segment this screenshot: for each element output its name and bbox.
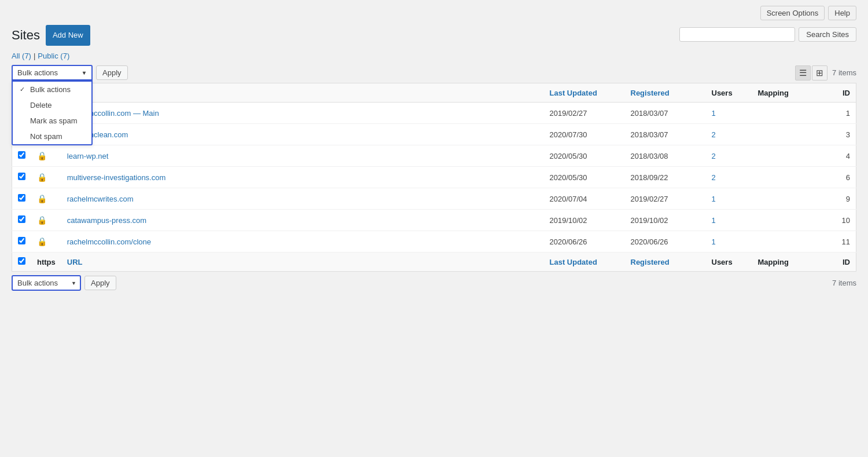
checkmark-icon: ✓ bbox=[20, 86, 27, 93]
footer-last-updated[interactable]: Last Updated bbox=[544, 253, 625, 272]
bottom-bulk-select-wrapper: Bulk actions Delete Mark as spam Not spa… bbox=[12, 275, 81, 291]
bottom-tablenav: Bulk actions Delete Mark as spam Not spa… bbox=[12, 275, 856, 291]
lock-icon: 🔒 bbox=[37, 173, 47, 182]
users-link-9[interactable]: 1 bbox=[712, 195, 716, 203]
footer-cb bbox=[12, 253, 32, 272]
grid-view-button[interactable]: ⊞ bbox=[812, 65, 827, 81]
mapping-cell bbox=[752, 124, 822, 145]
mapping-cell bbox=[752, 167, 822, 188]
top-apply-button[interactable]: Apply bbox=[96, 65, 128, 80]
search-row: Search Sites bbox=[679, 27, 856, 42]
footer-https: https bbox=[31, 253, 61, 272]
table-row: 🔒rachelmccollin.com/clone2020/06/262020/… bbox=[12, 231, 856, 253]
id-cell: 4 bbox=[822, 145, 856, 167]
tablenav-right: ☰ ⊞ 7 items bbox=[795, 65, 856, 81]
bottom-tablenav-left: Bulk actions Delete Mark as spam Not spa… bbox=[12, 275, 116, 291]
bulk-actions-selected-label[interactable]: Bulk actions bbox=[17, 68, 58, 77]
footer-mapping: Mapping bbox=[752, 253, 822, 272]
bulk-option-mark-as-spam[interactable]: Mark as spam bbox=[13, 113, 91, 129]
lock-icon: 🔒 bbox=[37, 237, 47, 246]
bulk-option-bulk-actions[interactable]: ✓ Bulk actions bbox=[13, 82, 91, 97]
mapping-cell bbox=[752, 188, 822, 210]
last-updated-cell: 2020/05/30 bbox=[544, 145, 625, 167]
lock-icon: 🔒 bbox=[37, 194, 47, 203]
id-cell: 10 bbox=[822, 210, 856, 231]
page-title: Sites bbox=[12, 28, 40, 43]
registered-cell: 2019/02/27 bbox=[625, 188, 706, 210]
users-link-6[interactable]: 2 bbox=[712, 173, 716, 182]
last-updated-cell: 2019/10/02 bbox=[544, 210, 625, 231]
id-cell: 9 bbox=[822, 188, 856, 210]
registered-cell: 2018/03/07 bbox=[625, 103, 706, 124]
registered-cell: 2019/10/02 bbox=[625, 210, 706, 231]
users-link-4[interactable]: 2 bbox=[712, 152, 716, 160]
filter-links: All (7) | Public (7) bbox=[12, 52, 856, 60]
bottom-bulk-actions-select[interactable]: Bulk actions Delete Mark as spam Not spa… bbox=[12, 275, 81, 291]
table-row: 🔒catawampus-press.com2019/10/022019/10/0… bbox=[12, 210, 856, 231]
tablenav-left: Bulk actions ▼ ✓ Bulk actions Delete bbox=[12, 65, 128, 81]
header-last-updated[interactable]: Last Updated bbox=[544, 83, 625, 103]
table-row: 🔒learn-wp.net2020/05/302018/03/0824 bbox=[12, 145, 856, 167]
page-wrapper: Screen Options Help Sites Add New Search… bbox=[0, 0, 868, 457]
table-row: 🔒rachelmccollin.com — Main2019/02/272018… bbox=[12, 103, 856, 124]
bulk-option-delete[interactable]: Delete bbox=[13, 97, 91, 113]
site-url-link-4[interactable]: learn-wp.net bbox=[67, 152, 109, 160]
site-url-link-6[interactable]: multiverse-investigations.com bbox=[67, 173, 166, 182]
row-checkbox-9[interactable] bbox=[18, 194, 25, 202]
registered-cell: 2018/09/22 bbox=[625, 167, 706, 188]
screen-options-button[interactable]: Screen Options bbox=[760, 6, 825, 20]
users-link-11[interactable]: 1 bbox=[712, 237, 716, 246]
last-updated-cell: 2020/07/04 bbox=[544, 188, 625, 210]
add-new-button[interactable]: Add New bbox=[46, 25, 90, 46]
last-updated-cell: 2020/06/26 bbox=[544, 231, 625, 253]
row-checkbox-6[interactable] bbox=[18, 173, 25, 180]
page-header: Sites Add New Search Sites bbox=[12, 25, 856, 46]
bulk-actions-dropdown: ✓ Bulk actions Delete Mark as spam Not s… bbox=[12, 81, 93, 145]
items-count: 7 items bbox=[832, 68, 856, 77]
id-cell: 11 bbox=[822, 231, 856, 253]
footer-select-all-checkbox[interactable] bbox=[18, 257, 25, 265]
site-url-link-10[interactable]: catawampus-press.com bbox=[67, 216, 146, 225]
help-button[interactable]: Help bbox=[828, 6, 856, 20]
header-registered[interactable]: Registered bbox=[625, 83, 706, 103]
site-url-link-11[interactable]: rachelmccollin.com/clone bbox=[67, 237, 151, 246]
row-checkbox-4[interactable] bbox=[18, 151, 25, 159]
filter-public[interactable]: Public (7) bbox=[38, 52, 69, 60]
mapping-cell bbox=[752, 145, 822, 167]
registered-cell: 2018/03/07 bbox=[625, 124, 706, 145]
page-header-left: Sites Add New bbox=[12, 25, 90, 46]
id-cell: 1 bbox=[822, 103, 856, 124]
id-cell: 3 bbox=[822, 124, 856, 145]
bulk-option-not-spam[interactable]: Not spam bbox=[13, 129, 91, 144]
site-url-link-9[interactable]: rachelmcwrites.com bbox=[67, 195, 134, 203]
header-mapping: Mapping bbox=[752, 83, 822, 103]
bulk-dropdown-arrow-icon: ▼ bbox=[82, 70, 87, 76]
row-checkbox-10[interactable] bbox=[18, 215, 25, 223]
header-url[interactable]: URL bbox=[61, 83, 544, 103]
footer-registered[interactable]: Registered bbox=[625, 253, 706, 272]
lock-icon: 🔒 bbox=[37, 151, 47, 160]
users-link-3[interactable]: 2 bbox=[712, 130, 716, 139]
row-checkbox-11[interactable] bbox=[18, 237, 25, 244]
table-row: 🔒multiverse-investigations.com2020/05/30… bbox=[12, 167, 856, 188]
footer-url[interactable]: URL bbox=[61, 253, 544, 272]
table-header-row: https URL Last Updated Registered Users … bbox=[12, 83, 856, 103]
users-link-1[interactable]: 1 bbox=[712, 109, 716, 118]
footer-id: ID bbox=[822, 253, 856, 272]
table-footer-row: https URL Last Updated Registered Users … bbox=[12, 253, 856, 272]
search-input[interactable] bbox=[679, 27, 795, 42]
table-row: 🔒rachelmclean.com2020/07/302018/03/0723 bbox=[12, 124, 856, 145]
header-users: Users bbox=[706, 83, 752, 103]
id-cell: 6 bbox=[822, 167, 856, 188]
lock-icon: 🔒 bbox=[37, 215, 47, 225]
bulk-actions-wrapper: Bulk actions ▼ ✓ Bulk actions Delete bbox=[12, 65, 93, 81]
filter-all[interactable]: All (7) bbox=[12, 52, 31, 60]
list-view-button[interactable]: ☰ bbox=[795, 65, 811, 81]
top-tablenav: Bulk actions ▼ ✓ Bulk actions Delete bbox=[12, 65, 856, 81]
bottom-apply-button[interactable]: Apply bbox=[84, 276, 116, 290]
search-sites-button[interactable]: Search Sites bbox=[799, 27, 856, 42]
last-updated-cell: 2019/02/27 bbox=[544, 103, 625, 124]
header-id: ID bbox=[822, 83, 856, 103]
users-link-10[interactable]: 1 bbox=[712, 216, 716, 225]
registered-cell: 2018/03/08 bbox=[625, 145, 706, 167]
